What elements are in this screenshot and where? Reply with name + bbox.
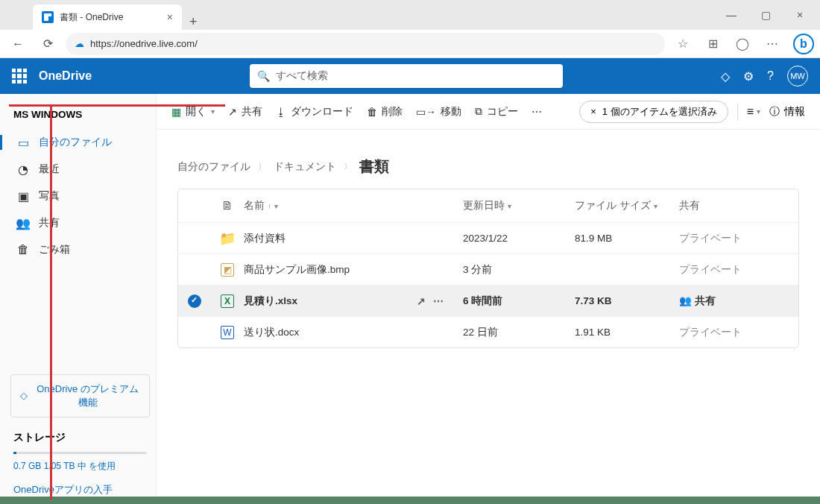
- get-app-link[interactable]: OneDriveアプリの入手: [10, 473, 150, 497]
- breadcrumb-root[interactable]: 自分のファイル: [177, 160, 250, 174]
- breadcrumb-mid[interactable]: ドキュメント: [274, 160, 336, 174]
- breadcrumb-current: 書類: [359, 157, 389, 177]
- info-button[interactable]: ⓘ情報: [769, 105, 805, 119]
- tab-title: 書類 - OneDrive: [60, 11, 123, 24]
- search-box[interactable]: 🔍 すべて検索: [250, 64, 563, 88]
- account-name: MS WINDOWS: [10, 106, 150, 129]
- sort-icon: ≡: [747, 105, 754, 119]
- row-checkbox[interactable]: [188, 326, 201, 339]
- folder-icon: ▭: [16, 136, 30, 150]
- col-modified-header[interactable]: 更新日時 ▾: [463, 199, 575, 212]
- browser-tab-strip: 書類 - OneDrive × + — ▢ ×: [0, 0, 820, 30]
- image-file-icon: ◩: [221, 263, 234, 277]
- table-row[interactable]: 📁 添付資料 2023/1/22 81.9 MB プライベート: [178, 222, 798, 253]
- onedrive-favicon: [42, 11, 54, 23]
- folder-icon: 📁: [219, 230, 236, 247]
- premium-icon[interactable]: ◇: [721, 69, 730, 84]
- open-button[interactable]: ▦開く▾: [171, 105, 215, 119]
- avatar[interactable]: MW: [787, 66, 808, 86]
- cell-sharing: プライベート: [679, 326, 798, 339]
- premium-button[interactable]: ◇ OneDrive のプレミアム機能: [10, 374, 150, 418]
- chevron-right-icon: 〉: [258, 161, 266, 172]
- app-launcher-icon[interactable]: [12, 69, 27, 84]
- table-row[interactable]: X 見積り.xlsx ↗⋯ 6 時間前 7.73 KB 👥 共有: [178, 285, 798, 316]
- minimize-button[interactable]: —: [714, 0, 748, 30]
- move-button[interactable]: ▭→移動: [416, 105, 461, 119]
- table-row[interactable]: W 送り状.docx 22 日前 1.91 KB プライベート: [178, 316, 798, 347]
- browser-tab[interactable]: 書類 - OneDrive ×: [33, 4, 182, 30]
- view-sort-button[interactable]: ≡▾: [747, 105, 760, 119]
- new-tab-button[interactable]: +: [182, 14, 205, 30]
- selection-pill[interactable]: × 1 個のアイテムを選択済み: [579, 101, 728, 123]
- url-text: https://onedrive.live.com/: [90, 38, 198, 49]
- row-checkbox[interactable]: [188, 232, 201, 245]
- bing-sidebar-icon[interactable]: b: [793, 34, 814, 54]
- trash-icon: 🗑: [367, 106, 377, 118]
- search-placeholder: すべて検索: [276, 69, 328, 83]
- sidebar-item-label: 共有: [39, 216, 60, 230]
- storage-heading: ストレージ: [13, 431, 150, 444]
- file-name[interactable]: 見積り.xlsx: [244, 294, 297, 308]
- close-window-button[interactable]: ×: [783, 0, 817, 30]
- file-name[interactable]: 送り状.docx: [244, 326, 417, 339]
- sidebar-item-photos[interactable]: ▣ 写真: [10, 183, 150, 210]
- delete-button[interactable]: 🗑削除: [367, 105, 403, 119]
- download-button[interactable]: ⭳ダウンロード: [276, 105, 353, 119]
- ellipsis-icon[interactable]: ⋯: [433, 295, 444, 307]
- cloud-icon: ☁: [75, 38, 84, 49]
- chevron-down-icon: ▾: [211, 107, 215, 116]
- cell-modified: 2023/1/22: [463, 233, 575, 244]
- onedrive-header: OneDrive 🔍 すべて検索 ◇ ⚙ ? MW: [0, 58, 820, 94]
- people-icon: 👥: [16, 216, 30, 230]
- clock-icon: ◔: [16, 163, 30, 177]
- selection-count: 1 個のアイテムを選択済み: [602, 105, 717, 119]
- photo-icon: ▣: [16, 189, 30, 204]
- collections-icon[interactable]: ⊞: [701, 32, 725, 56]
- close-icon[interactable]: ×: [167, 11, 173, 23]
- people-icon: 👥: [679, 295, 692, 306]
- copy-icon: ⧉: [475, 105, 482, 118]
- excel-icon: ▦: [171, 106, 181, 118]
- storage-bar: [13, 452, 147, 454]
- close-icon: ×: [590, 106, 596, 117]
- row-checkbox[interactable]: [188, 263, 201, 277]
- info-icon: ⓘ: [769, 105, 780, 119]
- share-icon[interactable]: ↗: [417, 295, 426, 307]
- sidebar-item-label: 自分のファイル: [39, 136, 112, 149]
- help-icon[interactable]: ?: [767, 69, 774, 83]
- nav-back-button[interactable]: ←: [6, 32, 30, 56]
- cell-size: 7.73 KB: [575, 295, 679, 306]
- cell-modified: 3 分前: [463, 263, 575, 277]
- cell-modified: 22 日前: [463, 326, 575, 339]
- chevron-down-icon: ▾: [757, 107, 760, 116]
- sidebar-item-shared[interactable]: 👥 共有: [10, 210, 150, 236]
- storage-usage-link[interactable]: 0.7 GB 1.05 TB 中 を使用: [10, 460, 150, 473]
- sidebar-item-recent[interactable]: ◔ 最近: [10, 156, 150, 183]
- favorite-icon[interactable]: ☆: [671, 32, 695, 56]
- maximize-button[interactable]: ▢: [748, 0, 783, 30]
- more-commands-button[interactable]: ⋯: [532, 106, 542, 118]
- address-bar[interactable]: ☁ https://onedrive.live.com/: [66, 33, 665, 55]
- copy-button[interactable]: ⧉コピー: [475, 105, 518, 119]
- col-name-header[interactable]: 名前 ↑ ▾: [244, 199, 417, 212]
- cell-size: 1.91 KB: [575, 327, 679, 338]
- settings-icon[interactable]: ⚙: [743, 69, 754, 84]
- file-name[interactable]: 添付資料: [244, 232, 417, 245]
- chevron-right-icon: 〉: [344, 161, 352, 172]
- profile-icon[interactable]: ◯: [731, 32, 754, 56]
- sidebar-item-my-files[interactable]: ▭ 自分のファイル: [10, 129, 150, 156]
- sidebar-item-recycle-bin[interactable]: 🗑 ごみ箱: [10, 236, 150, 263]
- sidebar-item-label: 最近: [39, 163, 60, 176]
- share-button[interactable]: ↗共有: [228, 105, 262, 119]
- chevron-down-icon: ▾: [274, 202, 278, 210]
- table-row[interactable]: ◩ 商品サンプル画像.bmp 3 分前 プライベート: [178, 253, 798, 285]
- sidebar: MS WINDOWS ▭ 自分のファイル ◔ 最近 ▣ 写真 👥 共有 🗑 ごみ…: [0, 94, 157, 504]
- premium-label: OneDrive のプレミアム機能: [35, 382, 140, 409]
- file-name[interactable]: 商品サンプル画像.bmp: [244, 263, 417, 277]
- col-size-header[interactable]: ファイル サイズ ▾: [575, 199, 679, 212]
- more-icon[interactable]: ⋯: [760, 32, 784, 56]
- row-checkbox[interactable]: [188, 294, 201, 308]
- refresh-button[interactable]: ⟳: [36, 32, 60, 56]
- file-type-icon[interactable]: 🗎: [221, 199, 233, 212]
- ellipsis-icon: ⋯: [532, 106, 542, 118]
